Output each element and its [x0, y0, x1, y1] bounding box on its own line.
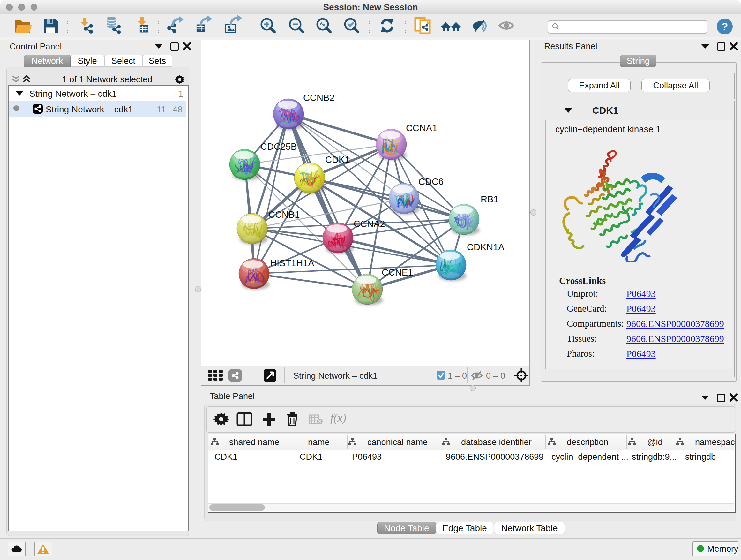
svg-text:CDKN1A: CDKN1A [467, 242, 504, 252]
svg-text:CCNB1: CCNB1 [268, 209, 300, 220]
svg-text:CCNA2: CCNA2 [354, 219, 385, 229]
svg-text:RB1: RB1 [481, 194, 498, 204]
svg-text:CDC25B: CDC25B [260, 141, 297, 152]
svg-text:CDC6: CDC6 [418, 177, 444, 187]
svg-text:HIST1H1A: HIST1H1A [270, 258, 314, 268]
svg-text:CCNA1: CCNA1 [406, 123, 437, 133]
svg-text:CDK1: CDK1 [325, 154, 350, 165]
svg-text:CCNE1: CCNE1 [382, 267, 413, 277]
svg-text:CCNB2: CCNB2 [303, 92, 334, 103]
